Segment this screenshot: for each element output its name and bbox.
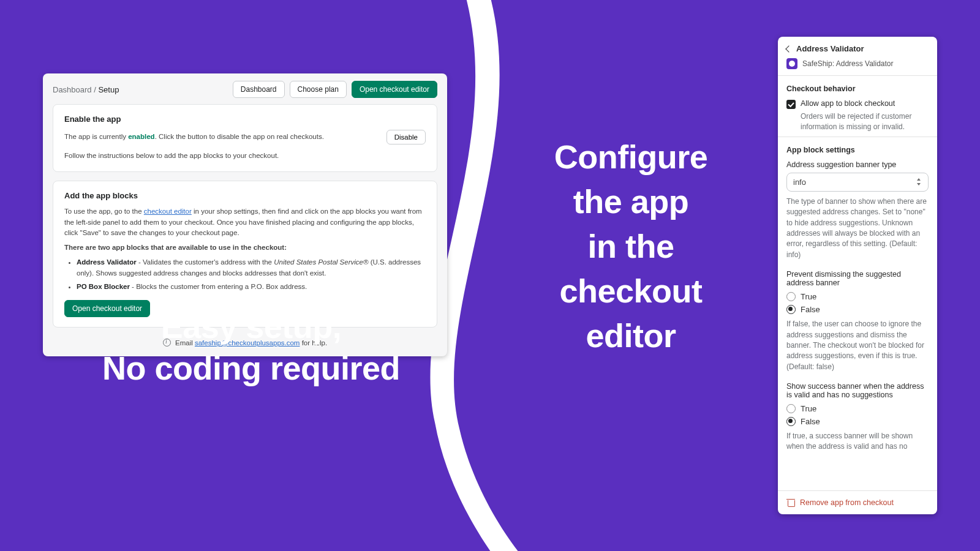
remove-app-button[interactable]: Remove app from checkout [778,490,937,514]
allow-block-checkbox[interactable] [786,100,796,109]
success-true-radio[interactable]: True [786,404,929,413]
back-icon[interactable] [785,45,792,52]
settings-heading: App block settings [786,146,929,154]
prevent-dismiss-radio-group: True False [786,292,929,314]
breadcrumb-current: Setup [98,85,119,94]
config-title: Address Validator [796,44,864,53]
prevent-true-radio[interactable]: True [786,292,929,301]
prevent-false-radio[interactable]: False [786,305,929,314]
block-item-address-validator: Address Validator - Validates the custom… [77,257,426,279]
add-blocks-panel: Add the app blocks To use the app, go to… [53,181,437,328]
success-banner-help: If true, a success banner will be shown … [786,431,929,452]
blocks-available-text: There are two app blocks that are availa… [64,242,426,253]
config-app-name: SafeShip: Address Validator [802,59,894,68]
config-sidebar: Address Validator SafeShip: Address Vali… [778,37,937,514]
choose-plan-button[interactable]: Choose plan [290,81,347,98]
success-banner-label: Show success banner when the address is … [786,382,929,399]
enable-instructions: Follow the instructions below to add the… [64,151,426,162]
trash-icon [786,498,795,507]
enable-app-panel: Enable the app The app is currently enab… [53,104,437,172]
app-icon [786,58,797,69]
blocks-title: Add the app blocks [64,191,426,200]
breadcrumb-root[interactable]: Dashboard [53,85,92,94]
enable-status-text: The app is currently enabled. Click the … [64,132,324,143]
banner-type-label: Address suggestion banner type [786,160,929,169]
blocks-intro: To use the app, go to the checkout edito… [64,206,426,239]
banner-type-select[interactable]: info [786,173,929,192]
behavior-heading: Checkout behavior [786,84,929,93]
dashboard-button[interactable]: Dashboard [233,81,285,98]
chevron-updown-icon [916,178,922,186]
open-checkout-editor-button[interactable]: Open checkout editor [352,81,437,98]
prevent-dismiss-label: Prevent dismissing the suggested address… [786,270,929,287]
enable-title: Enable the app [64,114,426,124]
hero-text-right: Configure the app in the checkout editor [533,135,729,358]
success-banner-radio-group: True False [786,404,929,426]
hero-text-left: Easy setup, No coding required [43,306,459,389]
checkout-editor-link[interactable]: checkout editor [144,208,192,215]
banner-type-help: The type of banner to show when there ar… [786,197,929,260]
allow-block-help: Orders will be rejected if customer info… [801,111,929,133]
block-item-po-box-blocker: PO Box Blocker - Blocks the customer fro… [77,282,426,293]
success-false-radio[interactable]: False [786,417,929,426]
disable-button[interactable]: Disable [386,130,426,144]
allow-block-label: Allow app to block checkout [801,99,895,108]
breadcrumb: Dashboard / Setup [53,85,119,94]
prevent-dismiss-help: If false, the user can choose to ignore … [786,319,929,372]
